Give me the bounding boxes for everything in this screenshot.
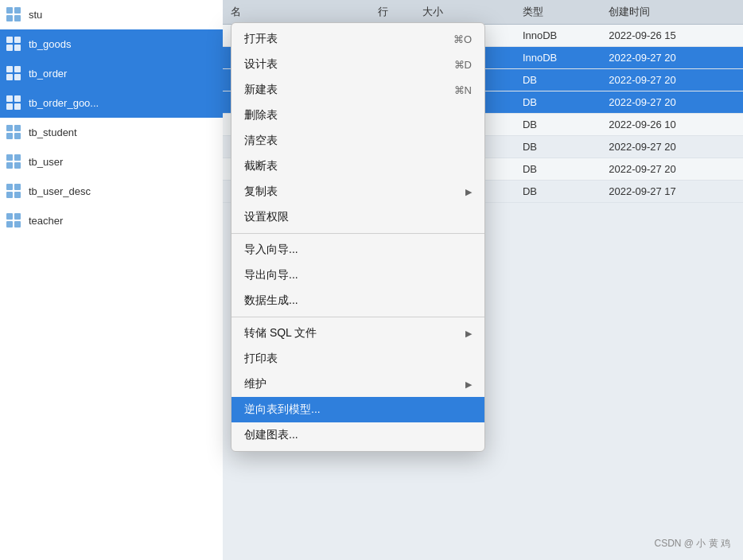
menu-item-label: 创建图表... (244, 428, 298, 442)
menu-item[interactable]: 转储 SQL 文件▶ (231, 321, 484, 346)
menu-item[interactable]: 维护▶ (231, 371, 484, 397)
menu-item[interactable]: 导入向导... (231, 237, 484, 262)
table-list-item[interactable]: tb_user (0, 147, 223, 177)
table-list-item[interactable]: tb_order (0, 59, 223, 88)
menu-item-arrow-icon: ▶ (465, 329, 472, 339)
menu-item-label: 导入向导... (244, 243, 298, 257)
menu-item-arrow-icon: ▶ (465, 379, 472, 390)
col-created: 创建时间 (601, 0, 743, 25)
menu-divider (231, 233, 484, 234)
menu-item-label: 逆向表到模型... (244, 402, 321, 417)
menu-item[interactable]: 清空表 (231, 128, 484, 154)
table-list-item-label: tb_order_goo... (29, 97, 99, 109)
menu-item[interactable]: 打开表⌘O (231, 26, 484, 52)
menu-item-label: 复制表 (244, 185, 278, 199)
menu-divider (231, 317, 484, 317)
menu-item[interactable]: 复制表▶ (231, 179, 484, 204)
table-list-item[interactable]: tb_user_desc (0, 177, 223, 206)
table-icon (6, 66, 22, 82)
menu-item-label: 打印表 (244, 352, 278, 366)
col-rows: 行 (370, 0, 414, 25)
table-icon (6, 125, 22, 141)
table-list-item-label: tb_user (29, 156, 63, 168)
table-list: stutb_goodstb_ordertb_order_goo...tb_stu… (0, 0, 223, 560)
table-list-item-label: teacher (29, 215, 63, 227)
menu-item[interactable]: 导出向导... (231, 262, 484, 288)
menu-item-label: 删除表 (244, 108, 278, 122)
menu-item[interactable]: 数据生成... (231, 288, 484, 313)
menu-item[interactable]: 打印表 (231, 346, 484, 371)
menu-item-label: 导出向导... (244, 268, 298, 282)
menu-item[interactable]: 创建图表... (231, 422, 484, 448)
context-menu: 打开表⌘O设计表⌘D新建表⌘N删除表清空表截断表复制表▶设置权限导入向导...导… (231, 22, 485, 452)
table-icon (6, 7, 22, 23)
table-list-item-label: tb_user_desc (29, 185, 91, 197)
table-list-item[interactable]: tb_student (0, 118, 223, 147)
col-type: 类型 (515, 0, 601, 25)
menu-item-shortcut: ⌘N (454, 84, 472, 96)
menu-item-label: 转储 SQL 文件 (244, 326, 317, 340)
table-icon (6, 37, 22, 52)
table-list-item[interactable]: stu (0, 0, 223, 29)
menu-item[interactable]: 截断表 (231, 154, 484, 179)
menu-item-label: 清空表 (244, 134, 278, 148)
menu-item-label: 维护 (244, 377, 266, 391)
menu-item-label: 打开表 (244, 32, 278, 46)
col-name: 名 (223, 0, 370, 25)
menu-item[interactable]: 设计表⌘D (231, 52, 484, 77)
menu-item-arrow-icon: ▶ (465, 187, 472, 197)
menu-item-shortcut: ⌘D (454, 59, 472, 71)
table-icon (6, 95, 22, 111)
menu-item[interactable]: 设置权限 (231, 204, 484, 230)
menu-item-label: 设置权限 (244, 210, 289, 224)
table-header-row: 名 行 大小 类型 创建时间 (223, 0, 743, 25)
menu-item[interactable]: 新建表⌘N (231, 77, 484, 103)
menu-item-label: 截断表 (244, 159, 278, 173)
table-list-item-label: tb_student (29, 126, 77, 138)
menu-item-label: 数据生成... (244, 294, 298, 308)
table-list-item[interactable]: teacher (0, 206, 223, 235)
menu-item-shortcut: ⌘O (453, 33, 472, 45)
menu-item[interactable]: 删除表 (231, 103, 484, 128)
table-list-item-label: tb_order (29, 68, 67, 80)
table-icon (6, 213, 22, 229)
table-list-item[interactable]: tb_goods (0, 29, 223, 59)
menu-item-label: 设计表 (244, 57, 278, 72)
table-list-item-label: stu (29, 9, 42, 21)
table-icon (6, 184, 22, 200)
table-icon (6, 154, 22, 170)
menu-item-label: 新建表 (244, 83, 278, 97)
menu-item[interactable]: 逆向表到模型... (231, 397, 484, 422)
watermark: CSDN @ 小 黄 鸡 (654, 537, 730, 550)
col-size: 大小 (414, 0, 515, 25)
table-list-item-label: tb_goods (29, 38, 72, 50)
table-list-item[interactable]: tb_order_goo... (0, 88, 223, 118)
